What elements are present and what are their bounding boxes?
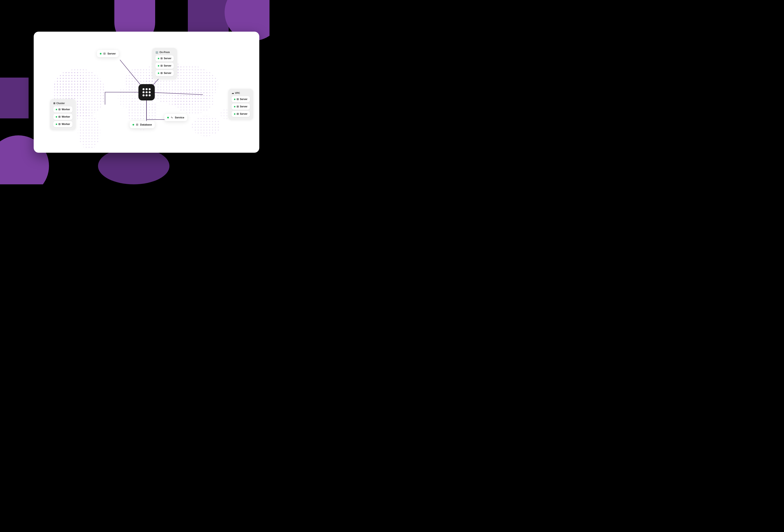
server-icon: ⊟ (236, 112, 239, 115)
server-icon: ⊟ (236, 105, 239, 108)
hub-dots-grid (141, 87, 152, 98)
server-label: Server (107, 52, 116, 55)
vpc-server-3: ⊟ Server (231, 111, 250, 117)
hub-dot (142, 88, 144, 90)
main-diagram-card: ⊟ Server ⊞ Cluster ⊟ Worker ⊟ Worker ⊟ W… (34, 32, 259, 153)
worker-card-3: ⊟ Worker (53, 121, 73, 127)
service-node: ∿ Service (164, 114, 187, 121)
vpc-items: ⊟ Server ⊟ Server ⊟ Server (231, 96, 250, 117)
server-icon: ⊟ (236, 98, 239, 101)
hub-dot (149, 88, 151, 90)
on-prem-title: 🏢 On-Prem (156, 51, 174, 54)
cluster-title: ⊞ Cluster (53, 102, 73, 105)
status-dot (167, 117, 169, 118)
cloud-icon: ☁ (231, 92, 234, 94)
activity-icon: ∿ (171, 116, 173, 119)
worker-card-2: ⊟ Worker (53, 114, 73, 120)
database-node: ⊟ Database (130, 121, 155, 128)
on-prem-server-1: ⊟ Server (156, 55, 174, 61)
center-hub (138, 84, 155, 101)
server-icon: ⊟ (161, 64, 163, 67)
hub-dot (146, 94, 148, 96)
server-icon: ⊟ (103, 52, 106, 55)
status-dot (234, 106, 235, 107)
cluster-icon: ⊞ (53, 102, 55, 105)
server-icon: ⊟ (58, 123, 60, 125)
status-dot (100, 53, 102, 55)
hub-dot (142, 91, 144, 93)
service-label: Service (175, 116, 184, 119)
server-node-top: ⊟ Server (97, 50, 119, 57)
vpc-title: ☁ VPC (231, 92, 250, 94)
database-label: Database (140, 123, 152, 126)
database-icon: ⊟ (136, 123, 138, 126)
bg-shape-left-rect (0, 78, 29, 118)
server-icon: ⊟ (161, 72, 163, 75)
on-prem-group: 🏢 On-Prem ⊟ Server ⊟ Server ⊟ Server (152, 48, 177, 79)
hub-dot (146, 88, 148, 90)
status-dot (158, 58, 159, 59)
svg-line-15 (147, 92, 203, 95)
status-dot (158, 73, 159, 74)
vpc-group: ☁ VPC ⊟ Server ⊟ Server ⊟ Server (228, 89, 253, 120)
status-dot (234, 113, 235, 115)
bg-shape-bottom-center (98, 148, 169, 184)
status-dot (234, 99, 235, 100)
on-prem-server-3: ⊟ Server (156, 70, 174, 76)
server-icon: ⊟ (161, 57, 163, 60)
vpc-server-2: ⊟ Server (231, 104, 250, 110)
bg-shape-top-right-rect (188, 0, 229, 37)
server-icon: ⊟ (58, 108, 60, 111)
status-dot (158, 65, 159, 66)
on-prem-server-2: ⊟ Server (156, 63, 174, 69)
server-icon: ⊟ (58, 115, 60, 118)
on-prem-items: ⊟ Server ⊟ Server ⊟ Server (156, 55, 174, 76)
vpc-server-1: ⊟ Server (231, 96, 250, 102)
cluster-items: ⊟ Worker ⊟ Worker ⊟ Worker (53, 106, 73, 127)
status-dot (56, 116, 57, 118)
hub-dot (146, 91, 148, 93)
status-dot (56, 123, 57, 125)
hub-dot (142, 94, 144, 96)
worker-card-1: ⊟ Worker (53, 106, 73, 112)
hub-dot (149, 94, 151, 96)
status-dot (133, 124, 134, 125)
hub-dot (149, 91, 151, 93)
cluster-group: ⊞ Cluster ⊟ Worker ⊟ Worker ⊟ Worker (50, 99, 76, 130)
status-dot (56, 109, 57, 110)
building-icon: 🏢 (156, 51, 159, 54)
